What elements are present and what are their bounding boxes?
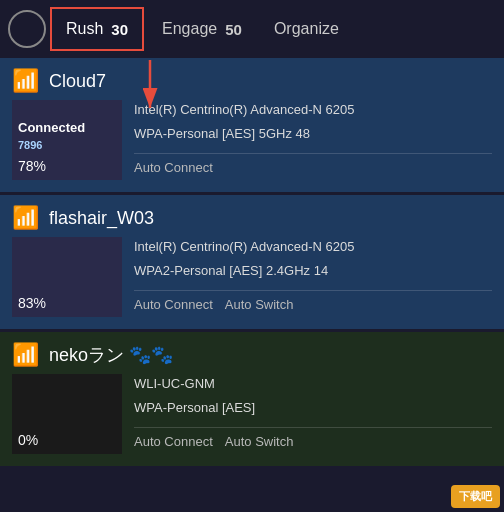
network-flashair: 📶 flashair_W03 83% Intel(R) Centrino(R) … — [0, 195, 504, 329]
network-nekorun-body: 0% WLI-UC-GNM WPA-Personal [AES] Auto Co… — [0, 374, 504, 466]
tab-organize[interactable]: Organize — [260, 7, 353, 51]
connected-label: Connected 7896 — [18, 120, 116, 154]
network-cloud7: 📶 Cloud7 Connected 7896 78% Intel(R) Cen… — [0, 58, 504, 192]
network-flashair-actions: Auto Connect Auto Switch — [134, 290, 492, 312]
network-nekorun-info1: WLI-UC-GNM — [134, 374, 492, 394]
top-navigation: Rush 30 Engage 50 Organize — [0, 0, 504, 58]
signal-box-cloud7: Connected 7896 78% — [12, 100, 122, 180]
signal-percent-flashair: 83% — [18, 295, 116, 311]
network-flashair-details: Intel(R) Centrino(R) Advanced-N 6205 WPA… — [134, 237, 492, 317]
network-nekorun-info2: WPA-Personal [AES] — [134, 398, 492, 418]
auto-switch-nekorun[interactable]: Auto Switch — [225, 434, 294, 449]
tab-rush[interactable]: Rush 30 — [50, 7, 144, 51]
network-cloud7-body: Connected 7896 78% Intel(R) Centrino(R) … — [0, 100, 504, 192]
network-flashair-body: 83% Intel(R) Centrino(R) Advanced-N 6205… — [0, 237, 504, 329]
signal-percent-nekorun: 0% — [18, 432, 116, 448]
watermark: 下载吧 — [451, 485, 500, 508]
wifi-icon-flashair: 📶 — [12, 205, 39, 231]
tab-engage-count: 50 — [225, 21, 242, 38]
tab-engage[interactable]: Engage 50 — [148, 7, 256, 51]
network-cloud7-actions: Auto Connect — [134, 153, 492, 175]
wifi-icon-nekorun: 📶 — [12, 342, 39, 368]
network-cloud7-details: Intel(R) Centrino(R) Advanced-N 6205 WPA… — [134, 100, 492, 180]
network-nekorun-name: nekoラン 🐾🐾 — [49, 343, 173, 367]
wifi-icon-cloud7: 📶 — [12, 68, 39, 94]
auto-connect-flashair[interactable]: Auto Connect — [134, 297, 213, 312]
app-logo — [8, 10, 46, 48]
tab-organize-label: Organize — [274, 20, 339, 38]
tab-engage-label: Engage — [162, 20, 217, 38]
network-flashair-info1: Intel(R) Centrino(R) Advanced-N 6205 — [134, 237, 492, 257]
tab-rush-label: Rush — [66, 20, 103, 38]
network-nekorun: 📶 nekoラン 🐾🐾 0% WLI-UC-GNM WPA-Personal [… — [0, 332, 504, 466]
network-flashair-header: 📶 flashair_W03 — [0, 195, 504, 237]
network-cloud7-info1: Intel(R) Centrino(R) Advanced-N 6205 — [134, 100, 492, 120]
network-cloud7-name: Cloud7 — [49, 71, 106, 92]
network-cloud7-header: 📶 Cloud7 — [0, 58, 504, 100]
auto-switch-flashair[interactable]: Auto Switch — [225, 297, 294, 312]
signal-box-flashair: 83% — [12, 237, 122, 317]
network-cloud7-info2: WPA-Personal [AES] 5GHz 48 — [134, 124, 492, 144]
signal-percent-cloud7: 78% — [18, 158, 116, 174]
network-nekorun-details: WLI-UC-GNM WPA-Personal [AES] Auto Conne… — [134, 374, 492, 454]
auto-connect-cloud7[interactable]: Auto Connect — [134, 160, 213, 175]
tab-rush-count: 30 — [111, 21, 128, 38]
network-flashair-info2: WPA2-Personal [AES] 2.4GHz 14 — [134, 261, 492, 281]
network-nekorun-actions: Auto Connect Auto Switch — [134, 427, 492, 449]
network-list: 📶 Cloud7 Connected 7896 78% Intel(R) Cen… — [0, 58, 504, 469]
auto-connect-nekorun[interactable]: Auto Connect — [134, 434, 213, 449]
signal-box-nekorun: 0% — [12, 374, 122, 454]
connected-id: 7896 — [18, 139, 42, 151]
network-flashair-name: flashair_W03 — [49, 208, 154, 229]
network-nekorun-header: 📶 nekoラン 🐾🐾 — [0, 332, 504, 374]
app-container: Rush 30 Engage 50 Organize 📶 Cloud7 Conn… — [0, 0, 504, 512]
